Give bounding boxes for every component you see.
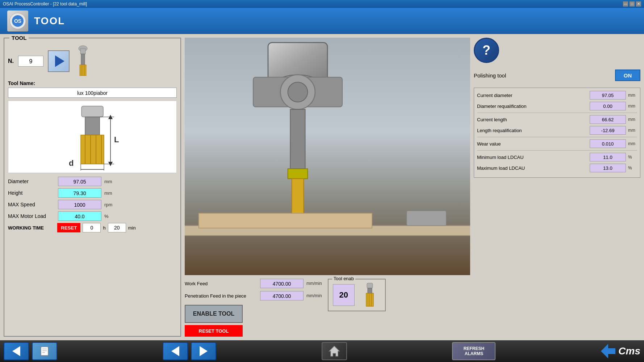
diameter-requalification-unit: mm [628, 104, 637, 109]
height-unit: mm [104, 190, 115, 196]
back-button[interactable] [4, 342, 29, 360]
enable-tool-button[interactable]: ENABLE TOOL [185, 305, 243, 323]
polishing-row: Polishing tool ON [474, 67, 640, 84]
left-panel: TOOL N. 9 Tool Name: [4, 38, 181, 337]
back-arrow-icon [12, 346, 20, 356]
forward-arrow-icon [200, 346, 208, 356]
header-title: TOOL [34, 15, 65, 27]
diameter-value[interactable]: 97.05 [58, 177, 101, 186]
svg-marker-51 [601, 344, 615, 358]
diameter-row: Diameter 97.05 mm [8, 177, 177, 186]
max-load-unit: % [628, 165, 637, 171]
tool-enab-title: Tool enab [332, 276, 355, 281]
penetration-feed-unit: mm/min [306, 293, 322, 298]
work-feed-value[interactable]: 4700.00 [260, 279, 304, 288]
tool-n-value: 9 [18, 56, 43, 67]
svg-rect-4 [80, 49, 85, 54]
diameter-requalification-row: Diameter requalification 0.00 mm [477, 102, 637, 110]
svg-text:OS: OS [14, 18, 21, 24]
penetration-feed-label: Penetration Feed in the piece [185, 293, 257, 299]
height-label: Height [8, 190, 55, 196]
feeds-row: Work Feed 4700.00 mm/min Penetration Fee… [185, 279, 470, 337]
cms-text: Cms [618, 345, 640, 357]
svg-rect-38 [199, 213, 372, 228]
tool-icon [74, 45, 92, 77]
min-load-row: Minimum load LDCAU 11.0 % [477, 153, 637, 161]
left-panel-title: TOOL [9, 35, 29, 41]
current-diameter-value: 97.05 [590, 91, 626, 100]
svg-rect-31 [290, 109, 305, 169]
cms-arrow-icon [601, 344, 615, 358]
penetration-feed-row: Penetration Feed in the piece 4700.00 mm… [185, 291, 322, 300]
back2-arrow-icon [171, 346, 179, 356]
play-button[interactable] [48, 50, 70, 72]
wear-value-value: 0.010 [590, 139, 626, 148]
diameter-requalification-label: Diameter requalification [477, 104, 587, 109]
diameter-label: Diameter [8, 178, 55, 184]
refresh-alarms-button[interactable]: REFRESH ALARMS [452, 342, 495, 360]
min-load-label: Minimum load LDCAU [477, 155, 587, 160]
cnc-image [185, 38, 470, 275]
right-panel: ? Polishing tool ON Current diameter 97.… [474, 38, 640, 337]
right-table: Current diameter 97.05 mm Diameter requa… [474, 88, 640, 178]
help-area: ? [474, 38, 640, 63]
working-time-hours[interactable]: 0 [83, 223, 101, 232]
max-motor-load-value[interactable]: 40.0 [58, 211, 101, 221]
max-load-value: 13.0 [590, 164, 626, 172]
working-time-label: WORKING TIME [8, 225, 55, 231]
forward-button[interactable] [191, 342, 216, 360]
height-row: Height 79.30 mm [8, 188, 177, 198]
min-load-unit: % [628, 155, 637, 160]
working-time-minutes[interactable]: 20 [108, 223, 126, 232]
svg-text:L: L [114, 135, 119, 144]
tool-enab-number: 20 [333, 284, 355, 306]
min-load-value: 11.0 [590, 153, 626, 161]
diameter-unit: mm [104, 179, 115, 184]
minimize-btn[interactable]: — [623, 1, 628, 7]
max-speed-label: MAX Speed [8, 202, 55, 207]
play-icon [55, 55, 64, 67]
feeds-section: Work Feed 4700.00 mm/min Penetration Fee… [185, 279, 322, 337]
separator-3 [477, 150, 637, 151]
header-logo: OS [7, 10, 28, 31]
length-requalification-row: Length requalification -12.69 mm [477, 126, 637, 135]
working-time-row: WORKING TIME RESET 0 h 20 min [8, 223, 177, 232]
tool-image-area [185, 38, 470, 275]
reset-button[interactable]: RESET [57, 223, 80, 232]
back2-button[interactable] [163, 342, 188, 360]
home-button[interactable] [322, 342, 347, 360]
work-feed-unit: mm/min [306, 281, 322, 286]
max-speed-value[interactable]: 1000 [58, 200, 101, 209]
max-speed-row: MAX Speed 1000 rpm [8, 200, 177, 209]
maximize-btn[interactable]: □ [630, 1, 635, 7]
svg-rect-46 [41, 347, 48, 355]
height-value[interactable]: 79.30 [58, 188, 101, 198]
polishing-on-button[interactable]: ON [615, 70, 640, 81]
main-content: TOOL N. 9 Tool Name: [0, 34, 644, 340]
tool-name-label: Tool Name: [8, 80, 177, 86]
current-length-unit: mm [628, 117, 637, 122]
reset-tool-button[interactable]: RESET TOOL [185, 325, 243, 337]
separator-1 [477, 113, 637, 113]
title-bar-controls[interactable]: — □ ✕ [623, 1, 641, 7]
length-requalification-value: -12.69 [590, 126, 626, 135]
svg-rect-10 [81, 106, 103, 117]
current-diameter-label: Current diameter [477, 93, 587, 98]
current-diameter-unit: mm [628, 93, 637, 98]
svg-rect-11 [85, 117, 100, 135]
enable-reset-col: ENABLE TOOL RESET TOOL [185, 305, 322, 337]
length-requalification-label: Length requalification [477, 128, 587, 133]
close-btn[interactable]: ✕ [636, 1, 641, 7]
tool-enab-icon [359, 282, 381, 308]
max-speed-unit: rpm [104, 202, 115, 207]
svg-rect-39 [407, 211, 446, 226]
current-diameter-row: Current diameter 97.05 mm [477, 91, 637, 100]
page-button[interactable] [32, 342, 57, 360]
svg-rect-32 [288, 169, 308, 178]
svg-text:d: d [69, 159, 74, 168]
penetration-feed-value[interactable]: 4700.00 [260, 291, 304, 300]
svg-rect-41 [368, 288, 372, 293]
page-icon [39, 346, 50, 357]
help-button[interactable]: ? [474, 38, 499, 63]
diameter-requalification-value: 0.00 [590, 102, 626, 110]
